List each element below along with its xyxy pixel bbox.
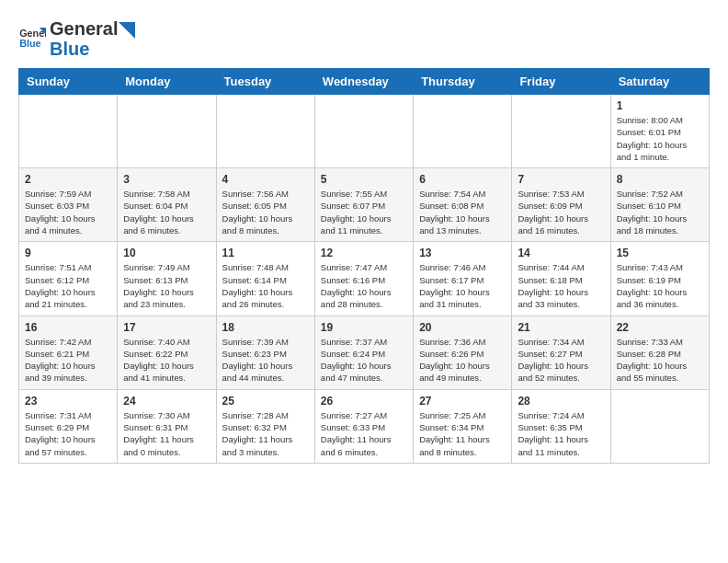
calendar-week-row-2: 2Sunrise: 7:59 AM Sunset: 6:03 PM Daylig… [19, 168, 710, 242]
calendar-day-cell: 6Sunrise: 7:54 AM Sunset: 6:08 PM Daylig… [414, 168, 512, 242]
calendar-day-cell: 21Sunrise: 7:34 AM Sunset: 6:27 PM Dayli… [512, 316, 610, 389]
day-number: 22 [617, 321, 703, 334]
calendar-day-cell: 8Sunrise: 7:52 AM Sunset: 6:10 PM Daylig… [610, 168, 709, 242]
day-number: 1 [617, 99, 703, 112]
calendar-day-cell [216, 95, 314, 168]
calendar-day-cell: 5Sunrise: 7:55 AM Sunset: 6:07 PM Daylig… [314, 168, 413, 242]
day-info: Sunrise: 7:48 AM Sunset: 6:14 PM Dayligh… [222, 261, 309, 310]
day-number: 19 [321, 321, 407, 334]
day-number: 4 [222, 173, 309, 186]
day-number: 21 [518, 321, 604, 334]
calendar-day-cell: 11Sunrise: 7:48 AM Sunset: 6:14 PM Dayli… [216, 242, 314, 316]
calendar-day-cell [314, 95, 413, 168]
calendar-week-row-4: 16Sunrise: 7:42 AM Sunset: 6:21 PM Dayli… [19, 316, 710, 389]
calendar-day-cell: 20Sunrise: 7:36 AM Sunset: 6:26 PM Dayli… [414, 316, 512, 389]
calendar-day-cell: 22Sunrise: 7:33 AM Sunset: 6:28 PM Dayli… [610, 316, 709, 389]
day-info: Sunrise: 7:54 AM Sunset: 6:08 PM Dayligh… [419, 188, 506, 236]
calendar-day-cell: 3Sunrise: 7:58 AM Sunset: 6:04 PM Daylig… [118, 168, 216, 242]
day-info: Sunrise: 7:56 AM Sunset: 6:05 PM Dayligh… [222, 188, 309, 236]
day-info: Sunrise: 7:28 AM Sunset: 6:32 PM Dayligh… [222, 409, 309, 458]
calendar-day-cell: 10Sunrise: 7:49 AM Sunset: 6:13 PM Dayli… [118, 242, 216, 316]
calendar-day-cell: 27Sunrise: 7:25 AM Sunset: 6:34 PM Dayli… [414, 389, 512, 463]
calendar-day-cell: 25Sunrise: 7:28 AM Sunset: 6:32 PM Dayli… [216, 389, 314, 463]
calendar-day-cell [610, 389, 709, 463]
day-info: Sunrise: 7:44 AM Sunset: 6:18 PM Dayligh… [518, 261, 604, 310]
weekday-header-tuesday: Tuesday [216, 69, 314, 95]
calendar-day-cell: 18Sunrise: 7:39 AM Sunset: 6:23 PM Dayli… [216, 316, 314, 389]
day-info: Sunrise: 7:55 AM Sunset: 6:07 PM Dayligh… [321, 188, 407, 236]
logo-blue-text: Blue [50, 39, 136, 59]
day-number: 20 [419, 321, 506, 334]
day-number: 14 [518, 247, 604, 259]
calendar-week-row-5: 23Sunrise: 7:31 AM Sunset: 6:29 PM Dayli… [19, 389, 710, 463]
day-info: Sunrise: 7:27 AM Sunset: 6:33 PM Dayligh… [321, 409, 407, 458]
day-number: 18 [222, 321, 309, 334]
calendar-day-cell: 9Sunrise: 7:51 AM Sunset: 6:12 PM Daylig… [19, 242, 118, 316]
day-number: 2 [25, 173, 111, 186]
day-number: 10 [123, 247, 210, 259]
weekday-header-friday: Friday [512, 69, 610, 95]
calendar-day-cell: 26Sunrise: 7:27 AM Sunset: 6:33 PM Dayli… [314, 389, 413, 463]
svg-marker-3 [119, 22, 135, 39]
calendar-day-cell: 13Sunrise: 7:46 AM Sunset: 6:17 PM Dayli… [414, 242, 512, 316]
day-info: Sunrise: 7:47 AM Sunset: 6:16 PM Dayligh… [321, 261, 407, 310]
weekday-header-thursday: Thursday [414, 69, 512, 95]
day-number: 16 [25, 321, 111, 334]
svg-text:Blue: Blue [19, 38, 40, 49]
day-number: 7 [518, 173, 604, 186]
logo-text: General [50, 18, 136, 39]
day-number: 24 [123, 395, 210, 408]
logo-icon: General Blue [18, 25, 46, 52]
day-number: 15 [617, 247, 703, 259]
day-info: Sunrise: 7:34 AM Sunset: 6:27 PM Dayligh… [518, 336, 604, 385]
calendar-day-cell [19, 95, 118, 168]
calendar-day-cell [118, 95, 216, 168]
weekday-header-sunday: Sunday [19, 69, 118, 95]
logo: General Blue General Blue [18, 18, 136, 59]
day-number: 27 [419, 395, 506, 408]
day-info: Sunrise: 7:52 AM Sunset: 6:10 PM Dayligh… [617, 188, 703, 236]
calendar-day-cell: 28Sunrise: 7:24 AM Sunset: 6:35 PM Dayli… [512, 389, 610, 463]
calendar-day-cell: 4Sunrise: 7:56 AM Sunset: 6:05 PM Daylig… [216, 168, 314, 242]
day-info: Sunrise: 8:00 AM Sunset: 6:01 PM Dayligh… [617, 114, 703, 163]
day-number: 9 [25, 247, 111, 259]
calendar-day-cell: 24Sunrise: 7:30 AM Sunset: 6:31 PM Dayli… [118, 389, 216, 463]
day-info: Sunrise: 7:59 AM Sunset: 6:03 PM Dayligh… [25, 188, 111, 236]
calendar-week-row-3: 9Sunrise: 7:51 AM Sunset: 6:12 PM Daylig… [19, 242, 710, 316]
weekday-header-wednesday: Wednesday [314, 69, 413, 95]
day-info: Sunrise: 7:24 AM Sunset: 6:35 PM Dayligh… [518, 409, 604, 458]
day-number: 13 [419, 247, 506, 259]
calendar-day-cell: 7Sunrise: 7:53 AM Sunset: 6:09 PM Daylig… [512, 168, 610, 242]
day-number: 17 [123, 321, 210, 334]
day-number: 23 [25, 395, 111, 408]
calendar-day-cell: 1Sunrise: 8:00 AM Sunset: 6:01 PM Daylig… [610, 95, 709, 168]
day-info: Sunrise: 7:42 AM Sunset: 6:21 PM Dayligh… [25, 336, 111, 385]
logo-triangle-icon [119, 22, 135, 39]
day-number: 3 [123, 173, 210, 186]
calendar-day-cell: 14Sunrise: 7:44 AM Sunset: 6:18 PM Dayli… [512, 242, 610, 316]
day-number: 26 [321, 395, 407, 408]
calendar-day-cell: 23Sunrise: 7:31 AM Sunset: 6:29 PM Dayli… [19, 389, 118, 463]
calendar-day-cell: 12Sunrise: 7:47 AM Sunset: 6:16 PM Dayli… [314, 242, 413, 316]
day-number: 8 [617, 173, 703, 186]
calendar-day-cell [414, 95, 512, 168]
calendar-table: SundayMondayTuesdayWednesdayThursdayFrid… [18, 68, 710, 464]
day-info: Sunrise: 7:31 AM Sunset: 6:29 PM Dayligh… [25, 409, 111, 458]
day-info: Sunrise: 7:37 AM Sunset: 6:24 PM Dayligh… [321, 336, 407, 385]
calendar-day-cell [512, 95, 610, 168]
day-info: Sunrise: 7:49 AM Sunset: 6:13 PM Dayligh… [123, 261, 210, 310]
day-info: Sunrise: 7:36 AM Sunset: 6:26 PM Dayligh… [419, 336, 506, 385]
calendar-day-cell: 19Sunrise: 7:37 AM Sunset: 6:24 PM Dayli… [314, 316, 413, 389]
weekday-header-saturday: Saturday [610, 69, 709, 95]
calendar-day-cell: 17Sunrise: 7:40 AM Sunset: 6:22 PM Dayli… [118, 316, 216, 389]
day-number: 12 [321, 247, 407, 259]
day-info: Sunrise: 7:58 AM Sunset: 6:04 PM Dayligh… [123, 188, 210, 236]
day-info: Sunrise: 7:51 AM Sunset: 6:12 PM Dayligh… [25, 261, 111, 310]
weekday-header-monday: Monday [118, 69, 216, 95]
calendar-day-cell: 2Sunrise: 7:59 AM Sunset: 6:03 PM Daylig… [19, 168, 118, 242]
calendar-week-row-1: 1Sunrise: 8:00 AM Sunset: 6:01 PM Daylig… [19, 95, 710, 168]
day-info: Sunrise: 7:25 AM Sunset: 6:34 PM Dayligh… [419, 409, 506, 458]
day-info: Sunrise: 7:40 AM Sunset: 6:22 PM Dayligh… [123, 336, 210, 385]
calendar-day-cell: 15Sunrise: 7:43 AM Sunset: 6:19 PM Dayli… [610, 242, 709, 316]
day-info: Sunrise: 7:43 AM Sunset: 6:19 PM Dayligh… [617, 261, 703, 310]
